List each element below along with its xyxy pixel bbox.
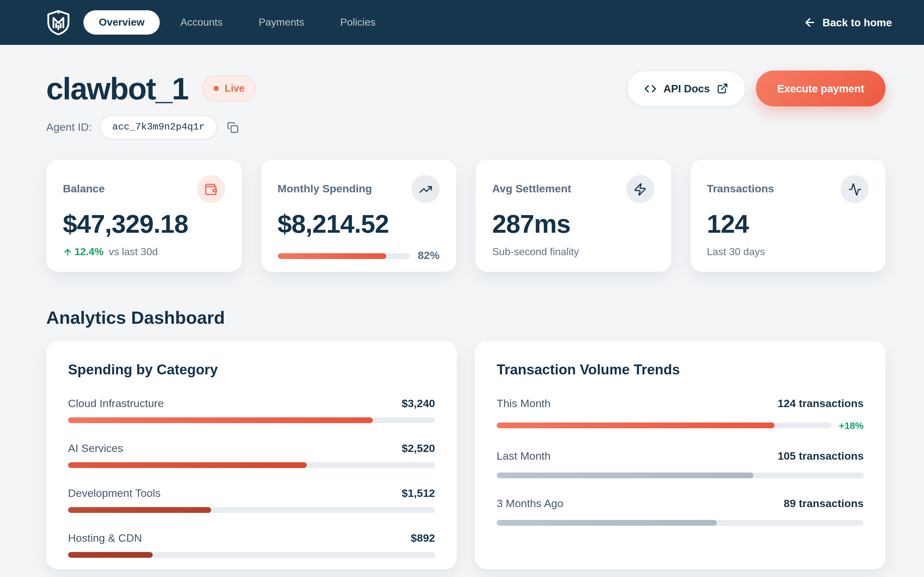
brand-shield-m-logo[interactable]: [45, 9, 72, 36]
trending-up-icon: [411, 175, 439, 203]
category-bar-fill: [68, 417, 373, 423]
primary-nav: Overview Accounts Payments Policies: [83, 10, 391, 35]
volume-value: 124 transactions: [778, 398, 864, 410]
category-bar-track: [68, 552, 435, 558]
balance-value: $47,329.18: [63, 210, 225, 239]
stat-card-avg-settlement: Avg Settlement 287ms Sub-second finality: [475, 160, 671, 272]
page: Overview Accounts Payments Policies Back…: [0, 0, 924, 577]
category-bar-fill: [68, 462, 307, 468]
monthly-spending-progress-label: 82%: [418, 250, 439, 262]
category-bar-track: [68, 507, 435, 513]
shield-m-icon: [45, 9, 72, 36]
transactions-sub: Last 30 days: [707, 246, 765, 258]
volume-bar-fill: [497, 472, 754, 478]
category-label: Development Tools: [68, 487, 161, 500]
main-content: clawbot_1 Live API Docs Execut: [0, 45, 924, 577]
analytics-heading: Analytics Dashboard: [46, 308, 885, 328]
nav-tab-accounts[interactable]: Accounts: [165, 10, 238, 35]
stat-cards: Balance $47,329.18 12.4% v: [46, 160, 885, 272]
volume-bar-track: [497, 472, 864, 478]
category-bar-fill: [68, 552, 152, 558]
page-title: clawbot_1: [46, 71, 188, 106]
arrow-left-icon: [803, 16, 816, 29]
balance-delta: 12.4%: [63, 246, 103, 258]
api-docs-label: API Docs: [664, 82, 710, 95]
volume-value: 105 transactions: [778, 450, 864, 463]
code-icon: [644, 82, 656, 95]
back-to-home-link[interactable]: Back to home: [803, 16, 892, 29]
category-bar-track: [68, 462, 435, 468]
zap-icon: [626, 175, 654, 203]
spending-panel-title: Spending by Category: [68, 362, 435, 378]
monthly-spending-value: $8,214.52: [278, 210, 439, 239]
category-row-ai-services: AI Services $2,520: [68, 423, 435, 468]
monthly-spending-label: Monthly Spending: [278, 183, 372, 195]
execute-payment-button[interactable]: Execute payment: [756, 71, 885, 106]
category-row-cloud-infrastructure: Cloud Infrastructure $3,240: [68, 378, 435, 423]
arrow-up-icon: [63, 247, 73, 257]
nav-tab-payments[interactable]: Payments: [243, 10, 320, 35]
copy-icon: [226, 121, 239, 133]
nav-tab-policies[interactable]: Policies: [325, 10, 391, 35]
stat-card-balance: Balance $47,329.18 12.4% v: [46, 160, 242, 272]
volume-row-last-month: Last Month 105 transactions: [497, 431, 864, 478]
category-value: $1,512: [402, 487, 435, 500]
volume-bar-fill: [497, 422, 775, 428]
volume-panel-title: Transaction Volume Trends: [497, 362, 864, 378]
category-value: $2,520: [402, 442, 435, 455]
category-bar-fill: [68, 507, 211, 513]
category-label: AI Services: [68, 442, 123, 455]
volume-label: 3 Months Ago: [497, 498, 564, 510]
volume-row-3-months-ago: 3 Months Ago 89 transactions: [497, 478, 864, 526]
analytics-grid: Spending by Category Cloud Infrastructur…: [46, 341, 885, 569]
category-label: Cloud Infrastructure: [68, 398, 164, 410]
back-to-home-label: Back to home: [822, 16, 892, 29]
transactions-label: Transactions: [707, 183, 774, 195]
volume-label: Last Month: [497, 450, 551, 463]
category-row-development-tools: Development Tools $1,512: [68, 468, 435, 513]
transaction-volume-panel: Transaction Volume Trends This Month 124…: [475, 341, 885, 569]
transactions-value: 124: [707, 210, 869, 239]
monthly-spending-progress-track: [278, 253, 410, 259]
spending-by-category-panel: Spending by Category Cloud Infrastructur…: [46, 341, 457, 569]
volume-label: This Month: [497, 398, 551, 410]
balance-sub: vs last 30d: [109, 246, 158, 258]
execute-payment-label: Execute payment: [777, 82, 864, 95]
agent-id-label: Agent ID:: [46, 121, 92, 134]
agent-id-value: acc_7k3m9n2p4q1r: [100, 115, 217, 139]
status-badge-live: Live: [202, 76, 256, 101]
category-bar-track: [68, 417, 435, 423]
volume-delta-badge: +18%: [838, 420, 864, 431]
category-value: $3,240: [402, 398, 435, 410]
volume-value: 89 transactions: [784, 498, 864, 510]
activity-icon: [841, 175, 869, 203]
external-link-icon: [717, 83, 729, 94]
volume-bar-track: [497, 422, 832, 428]
stat-card-monthly-spending: Monthly Spending $8,214.52 82%: [261, 160, 456, 272]
balance-label: Balance: [63, 183, 105, 195]
avg-settlement-value: 287ms: [492, 210, 654, 239]
copy-agent-id-button[interactable]: [225, 120, 240, 135]
monthly-spending-progress-fill: [278, 253, 386, 259]
live-dot-icon: [214, 86, 219, 91]
volume-bar-track: [497, 520, 864, 526]
api-docs-button[interactable]: API Docs: [627, 71, 746, 106]
category-label: Hosting & CDN: [68, 532, 142, 545]
volume-row-this-month: This Month 124 transactions +18%: [497, 378, 864, 431]
category-value: $892: [411, 532, 435, 545]
volume-bar-fill: [497, 520, 717, 526]
top-navbar: Overview Accounts Payments Policies Back…: [0, 0, 924, 45]
avg-settlement-sub: Sub-second finality: [492, 246, 579, 258]
wallet-icon: [197, 175, 225, 203]
category-row-hosting-cdn: Hosting & CDN $892: [68, 513, 435, 558]
avg-settlement-label: Avg Settlement: [492, 183, 571, 195]
status-badge-label: Live: [225, 83, 245, 94]
nav-tab-overview[interactable]: Overview: [83, 10, 160, 35]
stat-card-transactions: Transactions 124 Last 30 days: [690, 160, 885, 272]
